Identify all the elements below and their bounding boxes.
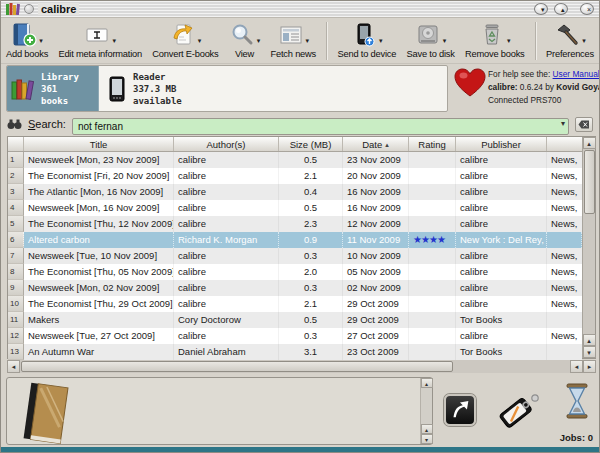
publisher-cell[interactable]: calibre	[456, 216, 547, 232]
header-title[interactable]: Title	[24, 137, 174, 151]
table-row[interactable]: 1 Newsweek [Mon, 23 Nov 2009] calibre 0.…	[8, 152, 582, 168]
publisher-cell[interactable]: calibre	[456, 184, 547, 200]
date-cell[interactable]: 12 Nov 2009	[343, 216, 409, 232]
view-button[interactable]: ▾ View	[229, 20, 261, 59]
size-cell[interactable]: 0.3	[279, 280, 343, 296]
details-scrollbar[interactable]: ▴ ▴ ▾	[420, 378, 432, 444]
chevron-down-icon[interactable]: ▾	[306, 37, 310, 49]
header-date[interactable]: Date ▴	[343, 137, 409, 151]
rating-cell[interactable]	[409, 312, 456, 328]
title-cell[interactable]: The Economist [Thu, 12 Nov 2009]	[24, 216, 174, 232]
table-row[interactable]: 10 The Economist [Thu, 29 Oct 2009] cali…	[8, 296, 582, 312]
row-number-cell[interactable]: 4	[8, 200, 24, 216]
table-row[interactable]: 13 An Autumn War Daniel Abraham 3.1 23 O…	[8, 344, 582, 360]
publisher-cell[interactable]: calibre	[456, 280, 547, 296]
publisher-cell[interactable]: calibre	[456, 168, 547, 184]
toggle-cover-browser-button[interactable]	[444, 394, 476, 426]
maximize-button[interactable]: ▴	[554, 3, 568, 15]
title-cell[interactable]: Newsweek [Tue, 10 Nov 2009]	[24, 248, 174, 264]
publisher-cell[interactable]: calibre	[456, 200, 547, 216]
rating-cell[interactable]	[409, 280, 456, 296]
row-number-cell[interactable]: 1	[8, 152, 24, 168]
vertical-scrollbar[interactable]: ▴ ▴ ▾	[582, 137, 595, 358]
date-cell[interactable]: 29 Oct 2009	[343, 312, 409, 328]
author-cell[interactable]: calibre	[174, 152, 279, 168]
rating-cell[interactable]	[409, 200, 456, 216]
title-cell[interactable]: The Economist [Fri, 20 Nov 2009]	[24, 168, 174, 184]
row-number-cell[interactable]: 13	[8, 344, 24, 360]
publisher-cell[interactable]: calibre	[456, 152, 547, 168]
row-number-cell[interactable]: 8	[8, 264, 24, 280]
table-row[interactable]: 5 The Economist [Thu, 12 Nov 2009] calib…	[8, 216, 582, 232]
row-number-cell[interactable]: 11	[8, 312, 24, 328]
scroll-up-button-2[interactable]: ▴	[583, 334, 596, 346]
size-cell[interactable]: 2.1	[279, 296, 343, 312]
size-cell[interactable]: 0.4	[279, 184, 343, 200]
rating-cell[interactable]	[409, 296, 456, 312]
horizontal-scrollbar[interactable]: ◂ ◂ ▸	[7, 360, 596, 373]
app-menu-icon[interactable]	[24, 4, 34, 14]
table-row[interactable]: 12 Newsweek [Tue, 27 Oct 2009] calibre 0…	[8, 328, 582, 344]
size-cell[interactable]: 0.5	[279, 152, 343, 168]
scroll-up-button[interactable]: ▴	[583, 137, 596, 149]
publisher-cell[interactable]: calibre	[456, 328, 547, 344]
size-cell[interactable]: 2.3	[279, 216, 343, 232]
search-input[interactable]	[72, 118, 569, 135]
tags-cell[interactable]	[547, 232, 582, 248]
title-cell[interactable]: The Economist [Thu, 05 Nov 2009]	[24, 264, 174, 280]
size-cell[interactable]: 2.0	[279, 264, 343, 280]
author-cell[interactable]: calibre	[174, 216, 279, 232]
minimize-button[interactable]: ▾	[534, 3, 548, 15]
row-number-cell[interactable]: 10	[8, 296, 24, 312]
title-cell[interactable]: Newsweek [Mon, 02 Nov 2009]	[24, 280, 174, 296]
close-button[interactable]: ×	[580, 3, 594, 15]
scroll-right-button[interactable]: ▸	[583, 360, 596, 373]
vertical-scroll-thumb[interactable]	[584, 150, 595, 214]
tags-cell[interactable]: News,	[547, 184, 582, 200]
table-row[interactable]: 7 Newsweek [Tue, 10 Nov 2009] calibre 0.…	[8, 248, 582, 264]
author-cell[interactable]: calibre	[174, 264, 279, 280]
rating-cell[interactable]	[409, 264, 456, 280]
save-to-disk-button[interactable]: ▾ Save to disk	[406, 20, 454, 59]
header-publisher[interactable]: Publisher	[456, 137, 547, 151]
title-cell[interactable]: Makers	[24, 312, 174, 328]
tags-cell[interactable]: News,	[547, 264, 582, 280]
size-cell[interactable]: 0.3	[279, 328, 343, 344]
table-row[interactable]: 9 Newsweek [Mon, 02 Nov 2009] calibre 0.…	[8, 280, 582, 296]
tags-cell[interactable]	[547, 312, 582, 328]
date-cell[interactable]: 05 Nov 2009	[343, 264, 409, 280]
rating-cell[interactable]	[409, 328, 456, 344]
date-cell[interactable]: 11 Nov 2009	[343, 232, 409, 248]
chevron-down-icon[interactable]: ▾	[198, 37, 202, 49]
author-cell[interactable]: calibre	[174, 296, 279, 312]
scroll-left-button-2[interactable]: ◂	[570, 360, 583, 373]
toggle-tag-browser-button[interactable]	[495, 389, 541, 437]
chevron-down-icon[interactable]: ▾	[39, 37, 43, 49]
date-cell[interactable]: 20 Nov 2009	[343, 168, 409, 184]
user-manual-link[interactable]: User Manual	[553, 69, 600, 79]
title-cell[interactable]: An Autumn War	[24, 344, 174, 360]
size-cell[interactable]: 0.5	[279, 200, 343, 216]
row-number-cell[interactable]: 9	[8, 280, 24, 296]
tags-cell[interactable]: News,	[547, 200, 582, 216]
preferences-button[interactable]: ▾ Preferences	[546, 20, 594, 59]
library-location-button[interactable]: Library 361 books	[7, 66, 99, 111]
date-cell[interactable]: 23 Nov 2009	[343, 152, 409, 168]
chevron-down-icon[interactable]: ▾	[582, 37, 586, 49]
table-row[interactable]: 2 The Economist [Fri, 20 Nov 2009] calib…	[8, 168, 582, 184]
chevron-down-icon[interactable]: ▾	[112, 37, 116, 49]
date-cell[interactable]: 16 Nov 2009	[343, 200, 409, 216]
author-cell[interactable]: calibre	[174, 280, 279, 296]
author-cell[interactable]: Richard K. Morgan	[174, 232, 279, 248]
rating-cell[interactable]	[409, 168, 456, 184]
rating-cell[interactable]: ★★★★	[409, 232, 456, 248]
table-row[interactable]: 3 The Atlantic [Mon, 16 Nov 2009] calibr…	[8, 184, 582, 200]
date-cell[interactable]: 10 Nov 2009	[343, 248, 409, 264]
title-cell[interactable]: Newsweek [Tue, 27 Oct 2009]	[24, 328, 174, 344]
convert-ebooks-button[interactable]: ▾ Convert E-books	[152, 20, 218, 59]
header-rating[interactable]: Rating	[409, 137, 456, 151]
title-cell[interactable]: The Atlantic [Mon, 16 Nov 2009]	[24, 184, 174, 200]
row-number-cell[interactable]: 7	[8, 248, 24, 264]
chevron-down-icon[interactable]: ▾	[379, 37, 383, 49]
horizontal-scroll-thumb[interactable]	[21, 361, 453, 372]
